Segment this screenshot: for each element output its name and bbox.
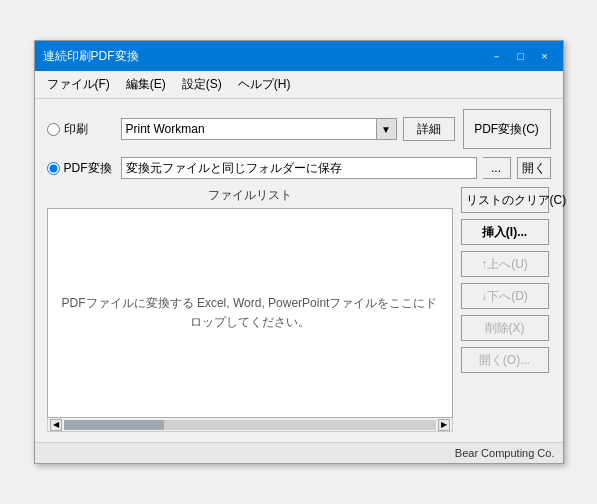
browse-button[interactable]: ... xyxy=(483,157,511,179)
print-row: 印刷 ▼ 詳細 PDF変換(C) xyxy=(47,109,551,149)
window-title: 連続印刷PDF変換 xyxy=(43,48,139,65)
menu-help[interactable]: ヘルプ(H) xyxy=(232,74,297,95)
detail-button[interactable]: 詳細 xyxy=(403,117,455,141)
scroll-left-arrow[interactable]: ◀ xyxy=(50,419,62,431)
printer-combo-arrow[interactable]: ▼ xyxy=(376,119,396,139)
down-button[interactable]: ↓下へ(D) xyxy=(461,283,549,309)
horizontal-scrollbar[interactable]: ◀ ▶ xyxy=(47,418,453,432)
menu-settings[interactable]: 設定(S) xyxy=(176,74,228,95)
scroll-track[interactable] xyxy=(64,420,436,430)
pdf-row: PDF変換 ... 開く xyxy=(47,157,551,179)
title-bar: 連続印刷PDF変換 － □ × xyxy=(35,41,563,71)
scroll-thumb xyxy=(64,420,164,430)
minimize-button[interactable]: － xyxy=(487,47,507,65)
title-bar-controls: － □ × xyxy=(487,47,555,65)
clear-list-button[interactable]: リストのクリア(C) xyxy=(461,187,549,213)
footer-label: Bear Computing Co. xyxy=(455,447,555,459)
restore-button[interactable]: □ xyxy=(511,47,531,65)
left-panel: ファイルリスト PDFファイルに変換する Excel, Word, PowerP… xyxy=(47,187,453,432)
drop-hint-text: PDFファイルに変換する Excel, Word, PowerPointファイル… xyxy=(58,294,442,332)
footer: Bear Computing Co. xyxy=(35,442,563,463)
open-file-button[interactable]: 開く(O)... xyxy=(461,347,549,373)
pdf-path-input[interactable] xyxy=(122,158,476,178)
menu-edit[interactable]: 編集(E) xyxy=(120,74,172,95)
content-area: 印刷 ▼ 詳細 PDF変換(C) PDF変換 ... 開く xyxy=(35,99,563,442)
print-radio[interactable] xyxy=(47,123,60,136)
pdf-radio[interactable] xyxy=(47,162,60,175)
pdf-convert-button[interactable]: PDF変換(C) xyxy=(463,109,551,149)
printer-combo-wrapper: ▼ xyxy=(121,118,397,140)
print-radio-label[interactable]: 印刷 xyxy=(47,121,115,138)
right-panel: リストのクリア(C) 挿入(I)... ↑上へ(U) ↓下へ(D) 削除(X) … xyxy=(461,187,551,432)
pdf-path-wrapper xyxy=(121,157,477,179)
open-folder-button[interactable]: 開く xyxy=(517,157,551,179)
file-list-drop-area[interactable]: PDFファイルに変換する Excel, Word, PowerPointファイル… xyxy=(47,208,453,418)
close-button[interactable]: × xyxy=(535,47,555,65)
menu-file[interactable]: ファイル(F) xyxy=(41,74,116,95)
up-button[interactable]: ↑上へ(U) xyxy=(461,251,549,277)
printer-combo-input[interactable] xyxy=(122,119,376,139)
menubar: ファイル(F) 編集(E) 設定(S) ヘルプ(H) xyxy=(35,71,563,99)
delete-button[interactable]: 削除(X) xyxy=(461,315,549,341)
insert-button[interactable]: 挿入(I)... xyxy=(461,219,549,245)
main-area: ファイルリスト PDFファイルに変換する Excel, Word, PowerP… xyxy=(47,187,551,432)
file-list-label: ファイルリスト xyxy=(47,187,453,204)
main-window: 連続印刷PDF変換 － □ × ファイル(F) 編集(E) 設定(S) ヘルプ(… xyxy=(34,40,564,464)
scroll-right-arrow[interactable]: ▶ xyxy=(438,419,450,431)
pdf-radio-label[interactable]: PDF変換 xyxy=(47,160,115,177)
